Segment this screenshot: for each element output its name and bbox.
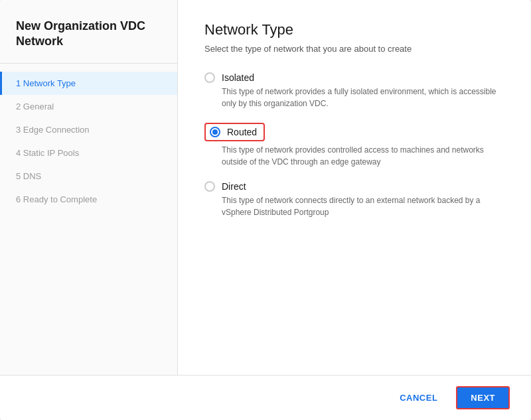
- radio-label-isolated[interactable]: Isolated: [204, 72, 504, 83]
- dialog-body: New Organization VDC Network 1 Network T…: [0, 0, 531, 375]
- radio-name-isolated: Isolated: [222, 72, 254, 83]
- radio-input-routed[interactable]: [210, 127, 220, 137]
- radio-description-routed: This type of network provides controlled…: [222, 144, 500, 168]
- sidebar-item-edge-connection[interactable]: 3 Edge Connection: [0, 118, 177, 141]
- new-org-vdc-dialog: New Organization VDC Network 1 Network T…: [0, 0, 531, 420]
- cancel-button[interactable]: CANCEL: [389, 387, 448, 408]
- sidebar-item-general[interactable]: 2 General: [0, 95, 177, 118]
- section-subtitle: Select the type of network that you are …: [204, 44, 504, 54]
- sidebar-item-dns[interactable]: 5 DNS: [0, 165, 177, 188]
- radio-name-direct: Direct: [222, 181, 246, 192]
- next-button[interactable]: NEXT: [456, 386, 510, 409]
- sidebar-item-label: 3 Edge Connection: [16, 125, 90, 135]
- sidebar-item-label: 6 Ready to Complete: [16, 194, 97, 204]
- sidebar-item-ready-to-complete[interactable]: 6 Ready to Complete: [0, 188, 177, 211]
- sidebar-item-network-type[interactable]: 1 Network Type: [0, 72, 177, 95]
- radio-option-isolated: Isolated This type of network provides a…: [204, 72, 504, 109]
- radio-description-isolated: This type of network provides a fully is…: [222, 86, 500, 109]
- network-type-radio-group: Isolated This type of network provides a…: [204, 72, 504, 232]
- sidebar-item-label: 2 General: [16, 102, 54, 111]
- radio-label-routed[interactable]: Routed: [204, 123, 265, 141]
- radio-label-direct[interactable]: Direct: [204, 181, 504, 192]
- radio-input-direct[interactable]: [204, 181, 215, 192]
- sidebar-item-label: 1 Network Type: [16, 78, 76, 88]
- dialog-footer: CANCEL NEXT: [0, 375, 531, 420]
- radio-option-direct: Direct This type of network connects dir…: [204, 181, 504, 218]
- section-title: Network Type: [204, 21, 504, 38]
- sidebar-title: New Organization VDC Network: [0, 0, 177, 64]
- radio-description-direct: This type of network connects directly t…: [222, 194, 500, 218]
- radio-input-isolated[interactable]: [204, 72, 215, 83]
- sidebar: New Organization VDC Network 1 Network T…: [0, 0, 178, 375]
- main-content: Network Type Select the type of network …: [178, 0, 531, 375]
- sidebar-item-label: 4 Static IP Pools: [16, 148, 79, 158]
- radio-option-routed: Routed This type of network provides con…: [204, 123, 504, 168]
- sidebar-nav: 1 Network Type 2 General 3 Edge Connecti…: [0, 64, 177, 219]
- sidebar-item-static-ip-pools[interactable]: 4 Static IP Pools: [0, 141, 177, 165]
- radio-name-routed: Routed: [227, 127, 257, 137]
- sidebar-item-label: 5 DNS: [16, 171, 41, 181]
